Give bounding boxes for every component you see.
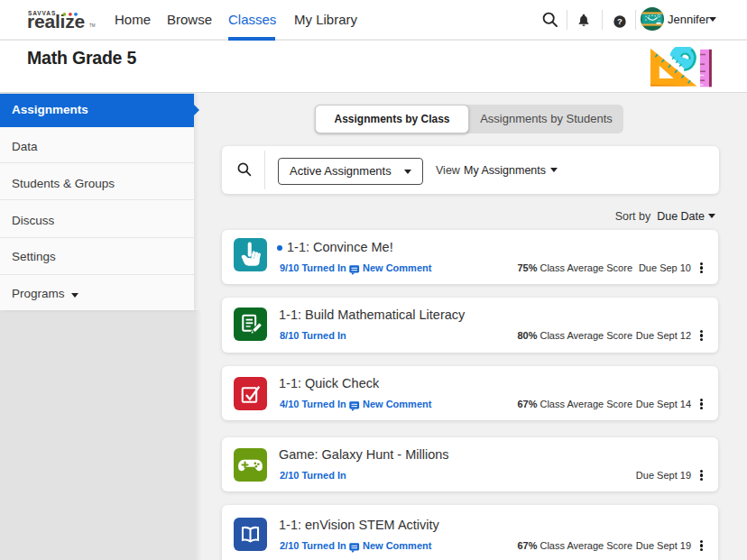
svg-text:?: ? [617, 16, 622, 26]
svg-text:TM: TM [89, 23, 96, 28]
